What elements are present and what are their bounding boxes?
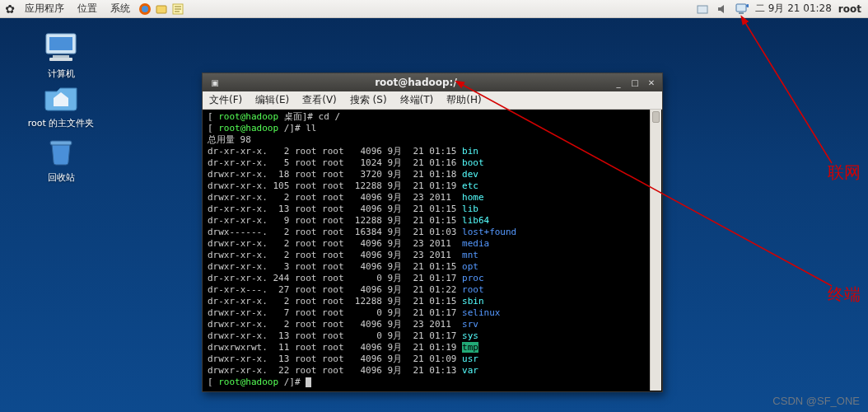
svg-line-13 bbox=[744, 21, 832, 163]
svg-rect-2 bbox=[156, 6, 166, 13]
desktop-icon-home[interactable]: root 的主文件夹 bbox=[21, 81, 100, 129]
desktop-icon-trash[interactable]: 回收站 bbox=[28, 135, 94, 184]
term-menu-search[interactable]: 搜索 (S) bbox=[343, 93, 394, 107]
menu-applications[interactable]: 应用程序 bbox=[20, 2, 69, 16]
clock[interactable]: 二 9月 21 01:28 bbox=[755, 2, 832, 16]
window-menu-icon[interactable]: ▣ bbox=[208, 77, 222, 88]
annotation-terminal: 终端 bbox=[828, 283, 861, 306]
network-icon[interactable] bbox=[735, 2, 749, 16]
home-folder-icon bbox=[41, 81, 81, 114]
menu-system[interactable]: 系统 bbox=[105, 2, 135, 16]
term-menu-terminal[interactable]: 终端(T) bbox=[394, 93, 441, 107]
watermark: CSDN @SF_ONE bbox=[772, 395, 860, 407]
minimize-button[interactable]: _ bbox=[611, 77, 626, 88]
svg-rect-5 bbox=[736, 4, 746, 12]
terminal-menubar: 文件(F) 编辑(E) 查看(V) 搜索 (S) 终端(T) 帮助(H) bbox=[203, 91, 662, 110]
terminal-scrollbar[interactable] bbox=[650, 110, 661, 391]
svg-rect-4 bbox=[698, 6, 707, 13]
svg-rect-12 bbox=[50, 141, 72, 145]
panel-right: 二 9月 21 01:28 root bbox=[696, 2, 868, 16]
svg-rect-9 bbox=[49, 37, 72, 50]
desktop-icon-label: 计算机 bbox=[28, 68, 94, 80]
app-launcher-icon[interactable] bbox=[155, 2, 168, 16]
update-icon[interactable] bbox=[696, 2, 709, 16]
svg-rect-6 bbox=[739, 12, 744, 14]
terminal-body[interactable]: [ root@hadoop 桌面]# cd / [ root@hadoop /]… bbox=[203, 110, 662, 391]
desktop-icon-label: root 的主文件夹 bbox=[21, 117, 100, 129]
user-menu[interactable]: root bbox=[838, 3, 861, 15]
term-menu-view[interactable]: 查看(V) bbox=[296, 93, 343, 107]
firefox-icon[interactable] bbox=[138, 2, 152, 16]
maximize-button[interactable]: □ bbox=[628, 77, 642, 88]
scrollbar-thumb[interactable] bbox=[652, 111, 660, 123]
svg-rect-10 bbox=[53, 55, 69, 58]
menu-places[interactable]: 位置 bbox=[72, 2, 102, 16]
computer-icon bbox=[41, 31, 81, 64]
distro-logo-icon: ✿ bbox=[3, 2, 16, 16]
terminal-title: root@hadoop:/ bbox=[222, 77, 609, 88]
notes-icon[interactable] bbox=[171, 2, 184, 16]
desktop-icon-computer[interactable]: 计算机 bbox=[28, 31, 94, 80]
close-button[interactable]: ✕ bbox=[644, 77, 659, 88]
panel-left: ✿ 应用程序 位置 系统 bbox=[0, 2, 184, 16]
terminal-titlebar[interactable]: ▣ root@hadoop:/ _ □ ✕ bbox=[203, 73, 662, 91]
terminal-window[interactable]: ▣ root@hadoop:/ _ □ ✕ 文件(F) 编辑(E) 查看(V) … bbox=[202, 73, 663, 392]
svg-rect-11 bbox=[49, 58, 72, 61]
trash-icon bbox=[41, 135, 81, 168]
term-menu-help[interactable]: 帮助(H) bbox=[440, 93, 488, 107]
volume-icon[interactable] bbox=[716, 2, 729, 16]
svg-point-1 bbox=[142, 6, 148, 12]
term-menu-file[interactable]: 文件(F) bbox=[203, 93, 249, 107]
annotation-network: 联网 bbox=[828, 162, 861, 184]
desktop-icon-label: 回收站 bbox=[28, 171, 94, 184]
top-panel: ✿ 应用程序 位置 系统 二 9月 21 01:28 root bbox=[0, 0, 868, 18]
term-menu-edit[interactable]: 编辑(E) bbox=[249, 93, 296, 107]
